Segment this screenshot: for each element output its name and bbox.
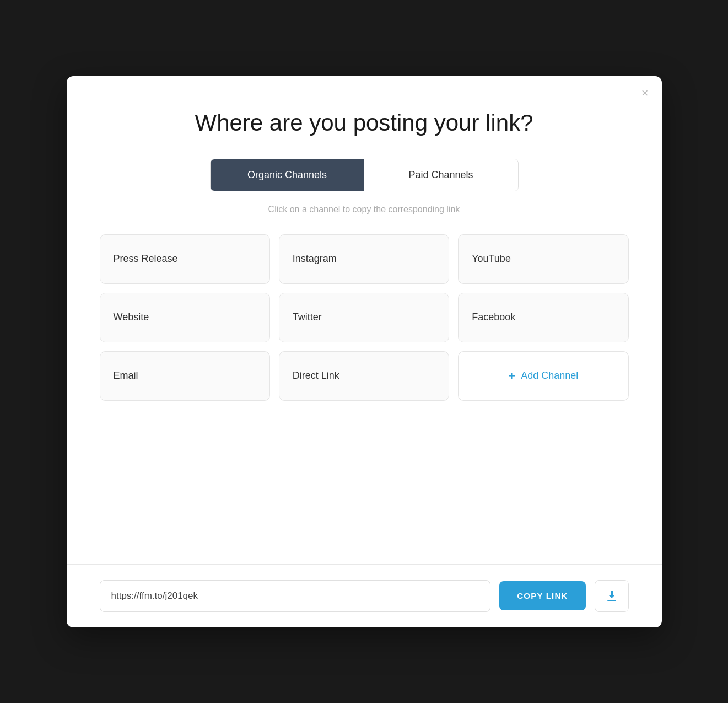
channel-instagram[interactable]: Instagram bbox=[279, 234, 449, 284]
svg-rect-0 bbox=[607, 600, 616, 601]
download-icon bbox=[605, 589, 618, 603]
add-channel-button[interactable]: + Add Channel bbox=[458, 351, 628, 401]
modal-body: Where are you posting your link? Organic… bbox=[67, 76, 662, 564]
modal-title: Where are you posting your link? bbox=[100, 109, 629, 137]
channel-email[interactable]: Email bbox=[100, 351, 270, 401]
channel-direct-link[interactable]: Direct Link bbox=[279, 351, 449, 401]
modal-footer: COPY LINK bbox=[67, 564, 662, 627]
channel-press-release[interactable]: Press Release bbox=[100, 234, 270, 284]
channel-grid: Press Release Instagram YouTube Website … bbox=[100, 234, 629, 401]
download-button[interactable] bbox=[595, 580, 629, 612]
copy-link-button[interactable]: COPY LINK bbox=[499, 581, 585, 610]
tab-organic[interactable]: Organic Channels bbox=[211, 159, 364, 191]
channel-facebook[interactable]: Facebook bbox=[458, 293, 628, 342]
channel-twitter[interactable]: Twitter bbox=[279, 293, 449, 342]
channel-website[interactable]: Website bbox=[100, 293, 270, 342]
plus-icon: + bbox=[508, 370, 515, 382]
channel-tab-group: Organic Channels Paid Channels bbox=[210, 159, 519, 191]
close-button[interactable]: × bbox=[641, 87, 649, 99]
channel-youtube[interactable]: YouTube bbox=[458, 234, 628, 284]
link-input[interactable] bbox=[100, 580, 491, 612]
tab-paid[interactable]: Paid Channels bbox=[364, 159, 518, 191]
modal-dialog: × Where are you posting your link? Organ… bbox=[67, 76, 662, 627]
add-channel-label: Add Channel bbox=[521, 370, 578, 382]
hint-text: Click on a channel to copy the correspon… bbox=[100, 205, 629, 214]
